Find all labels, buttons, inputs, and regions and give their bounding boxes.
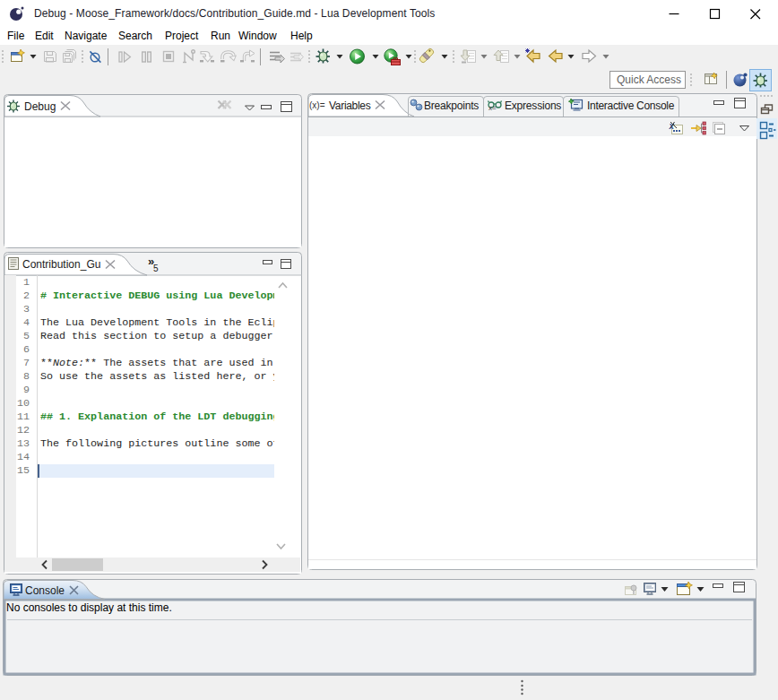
svg-text:x=: x=	[488, 104, 497, 112]
svg-text:5: 5	[153, 264, 159, 273]
svg-text:Contribution_Gu: Contribution_Gu	[22, 258, 100, 271]
svg-text:Interactive Console: Interactive Console	[587, 99, 675, 112]
svg-text:Variables: Variables	[329, 99, 371, 112]
svg-text:Debug: Debug	[24, 100, 56, 113]
svg-text:Console: Console	[25, 584, 65, 597]
svg-text:Breakpoints: Breakpoints	[424, 99, 479, 112]
svg-text:Expressions: Expressions	[505, 99, 561, 112]
svg-text:(x)=: (x)=	[309, 100, 325, 110]
